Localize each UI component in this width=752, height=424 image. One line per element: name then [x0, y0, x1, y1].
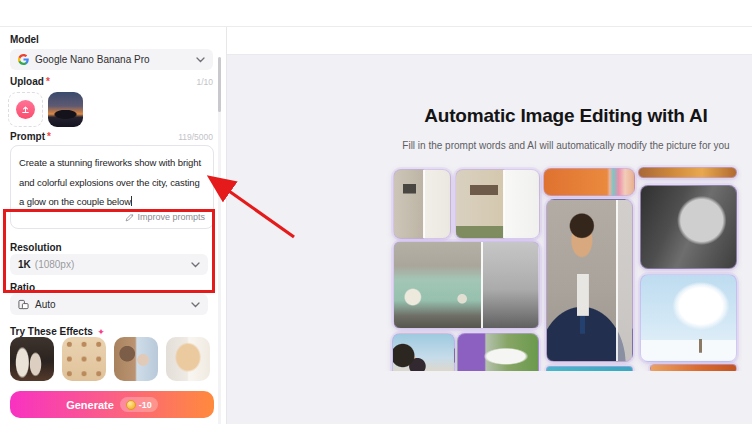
app-header — [0, 0, 752, 27]
upload-label: Upload — [10, 76, 44, 87]
prompt-label: Prompt — [10, 131, 45, 142]
generate-label: Generate — [66, 399, 114, 411]
gallery-image-winter-snow-tree — [640, 274, 737, 362]
chevron-down-icon — [191, 302, 200, 308]
model-value: Google Nano Banana Pro — [35, 54, 196, 65]
gallery-image-cartoon-couple — [392, 333, 455, 371]
model-label: Model — [10, 34, 39, 45]
upload-button[interactable] — [8, 92, 43, 127]
page-title: Automatic Image Editing with AI — [390, 105, 742, 127]
sparkle-icon: ✦ — [97, 327, 105, 337]
effect-figurine-thumbnail[interactable] — [10, 337, 54, 381]
gallery-image-orange-shirt — [543, 168, 635, 196]
sidebar-scrollbar-thumb[interactable] — [218, 57, 221, 112]
effect-toddler-thumbnail[interactable] — [166, 337, 210, 381]
resolution-value: 1K — [18, 259, 31, 270]
gallery-image-living-room-before-after — [393, 169, 451, 239]
page-subtitle: Fill in the prompt words and AI will aut… — [392, 140, 740, 151]
credit-cost-badge: -10 — [120, 397, 158, 412]
chevron-down-icon — [191, 262, 200, 268]
model-select[interactable]: Google Nano Banana Pro — [10, 49, 213, 70]
effect-cat-grid-thumbnail[interactable] — [62, 337, 106, 381]
upload-counter: 1/10 — [196, 77, 213, 87]
credit-cost: -10 — [139, 400, 152, 410]
ratio-select[interactable]: Auto — [10, 294, 208, 315]
uploaded-image-thumbnail[interactable] — [48, 92, 83, 127]
prompt-counter: 119/5000 — [178, 132, 213, 142]
ratio-value: Auto — [35, 299, 191, 310]
gallery-image-top-right-partial — [638, 167, 737, 178]
example-gallery — [385, 160, 742, 371]
text-cursor — [131, 196, 132, 206]
resolution-value-detail: (1080px) — [35, 259, 191, 270]
upload-label-row: Upload* 1/10 — [10, 76, 213, 87]
improve-prompts-button[interactable]: Improve prompts — [125, 212, 205, 222]
gallery-image-house-photo-to-sketch — [455, 169, 540, 239]
improve-prompts-label: Improve prompts — [137, 212, 205, 222]
required-asterisk: * — [47, 131, 51, 142]
gallery-image-bottom-right-partial — [650, 364, 737, 371]
ai-photo-editor-app: AI Photo Editor Model Google Nano Banana… — [0, 0, 752, 424]
gallery-image-man-in-suit-portrait — [546, 199, 633, 362]
ratio-label: Ratio — [10, 282, 35, 293]
upload-icon — [16, 100, 35, 119]
effects-carousel — [10, 337, 210, 381]
aspect-ratio-icon — [18, 299, 29, 310]
tab-bar — [227, 27, 752, 55]
gallery-image-vintage-car-color-to-bw — [393, 241, 540, 329]
resolution-label: Resolution — [10, 242, 62, 253]
sidebar-scrollbar-track — [218, 57, 221, 424]
chevron-down-icon — [196, 57, 205, 63]
magic-pen-icon — [125, 213, 134, 222]
google-icon — [18, 54, 29, 65]
prompt-textarea[interactable]: Create a stunning fireworks show with br… — [10, 145, 214, 229]
effect-father-child-thumbnail[interactable] — [114, 337, 158, 381]
required-asterisk: * — [46, 76, 50, 87]
coin-icon — [126, 400, 136, 410]
prompt-text: Create a stunning fireworks show with br… — [19, 157, 201, 207]
sidebar: Model Google Nano Banana Pro Upload* 1/1… — [0, 27, 227, 424]
generate-button[interactable]: Generate -10 — [10, 391, 214, 418]
prompt-label-row: Prompt* 119/5000 — [10, 131, 213, 142]
gallery-image-soldier-bw-portrait — [640, 185, 737, 269]
effects-label: Try These Effects — [10, 326, 93, 337]
gallery-image-teal-partial — [546, 366, 633, 371]
gallery-image-sneaker-purple — [457, 333, 539, 371]
resolution-select[interactable]: 1K (1080px) — [10, 254, 208, 275]
